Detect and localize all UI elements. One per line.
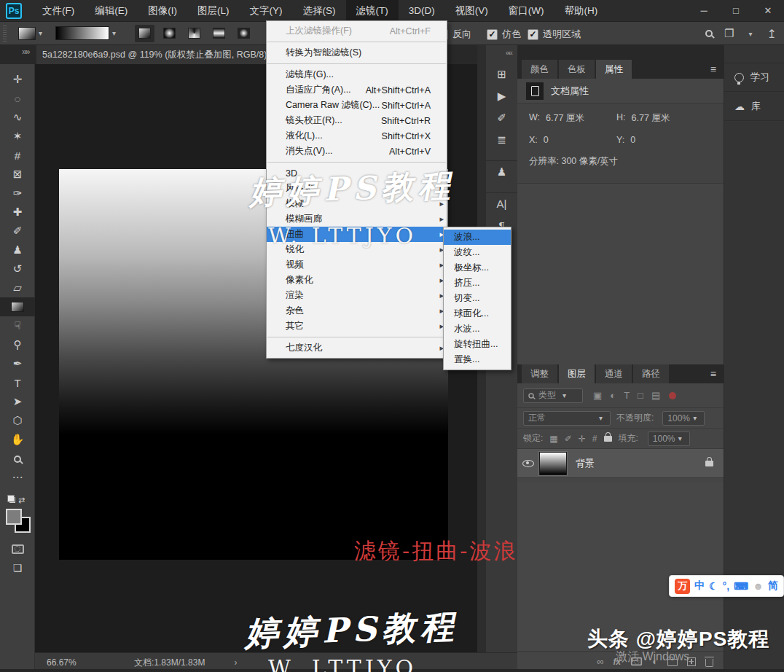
toolbar-collapse-icon[interactable]: »» [22,47,28,57]
ime-bar-item[interactable]: °, [723,580,730,592]
zoom-level-field[interactable]: 66.67% [47,657,98,668]
panel-menu-icon[interactable]: ≡ [703,364,724,383]
lock-option-icon[interactable]: ▦ [549,434,557,444]
filter-menu-item[interactable]: 像素化 ▸ [267,273,447,288]
share-icon[interactable]: ↥ [767,27,777,41]
libraries-panel-button[interactable]: ☁ 库 [724,92,784,121]
layer-filter-icon[interactable]: ◐ [610,390,616,401]
tool-button[interactable]: ♟ [0,241,35,259]
tool-button[interactable]: ✚ [0,203,35,222]
distort-submenu-item[interactable]: 波浪... [444,230,511,245]
screen-mode-button[interactable]: ❏ [0,558,35,577]
tool-button[interactable]: ✐ [0,222,35,241]
filter-menu-item[interactable] [267,334,447,340]
opacity-input[interactable]: 100% ▾ [662,411,705,426]
tool-button[interactable]: ⊠ [0,165,35,184]
filter-menu-item[interactable] [267,159,447,165]
reflected-gradient-button[interactable] [209,25,229,42]
filter-menu-item[interactable]: 模糊 ▸ [267,196,447,211]
tool-button[interactable]: ↺ [0,259,35,278]
filter-menu-item[interactable]: Camera Raw 滤镜(C)... Shift+Ctrl+A [267,98,447,113]
filter-menu-item[interactable]: 其它 ▸ [267,319,447,334]
transparency-checkbox[interactable]: ✓ [528,29,538,40]
tool-button[interactable]: ⚲ [0,335,35,354]
ime-bar-item[interactable]: ☻ [753,580,764,592]
minimize-button[interactable]: ─ [688,0,720,22]
tool-button[interactable] [0,449,35,468]
panel-strip-icon[interactable]: ✐ [486,106,517,128]
lock-option-icon[interactable]: # [592,434,597,444]
layer-row-background[interactable]: 背景 [517,449,724,478]
tool-button[interactable]: ☟ [0,316,35,335]
radial-gradient-button[interactable] [160,25,179,42]
tool-preset-picker[interactable]: ▾ [18,27,45,40]
menubar-item[interactable]: 编辑(E) [85,0,138,22]
layer-visibility-eye-icon[interactable] [522,460,534,467]
panel-tab[interactable]: 调整 [522,364,557,383]
menubar-item[interactable]: 图层(L) [187,0,240,22]
menubar-item[interactable]: 图像(I) [138,0,187,22]
tool-button[interactable]: ✑ [0,184,35,203]
panel-strip-icon[interactable]: ♟ [486,160,517,182]
adjustment-layer-icon[interactable]: ◐ [652,656,658,667]
distort-submenu-item[interactable]: 切变... [444,291,511,306]
distort-submenu-item[interactable]: 置换... [444,352,511,367]
filter-menu-item[interactable]: 滤镜库(G)... [267,67,447,82]
quick-mask-button[interactable] [0,539,35,558]
strip-collapse-icon[interactable]: «« [506,48,511,57]
filter-menu-item[interactable]: 渲染 ▸ [267,288,447,303]
filter-menu-item[interactable]: 消失点(V)... Alt+Ctrl+V [267,144,447,159]
tool-button[interactable] [0,297,35,316]
search-icon[interactable] [705,30,713,37]
filter-menu-item[interactable]: 3D ▸ [267,165,447,181]
layer-style-fx-icon[interactable]: fx [613,657,621,667]
tool-button[interactable]: ⬡ [0,411,35,430]
menubar-item[interactable]: 滤镜(T) [346,0,399,22]
filter-menu-item[interactable] [267,39,447,45]
panel-tab[interactable]: 图层 [559,364,595,383]
ime-bar-item[interactable]: 简 [768,579,778,593]
ime-bar-item[interactable]: ⌨ [734,580,748,592]
filter-toggle-icon[interactable] [669,392,676,399]
distort-submenu-item[interactable]: 旋转扭曲... [444,337,511,352]
chevron-down-icon[interactable]: ▾ [749,30,753,38]
status-options-chevron[interactable]: › [234,657,237,668]
delete-layer-icon[interactable] [705,659,713,667]
ime-bar-item[interactable]: ☾ [709,580,718,592]
tool-button[interactable]: ✒ [0,354,35,373]
menubar-item[interactable]: 视图(V) [445,0,498,22]
tool-button[interactable]: ∿ [0,108,35,127]
tool-button[interactable]: ▱ [0,278,35,297]
angle-gradient-button[interactable] [184,25,204,42]
lock-option-icon[interactable]: ✐ [565,434,572,444]
tool-button[interactable]: ⋯ [0,468,35,487]
lock-option-icon[interactable]: ✛ [579,434,586,444]
layer-thumbnail[interactable] [539,452,567,475]
linear-gradient-button[interactable] [135,25,154,42]
filter-menu-item[interactable]: 镜头校正(R)... Shift+Ctrl+R [267,113,447,128]
layer-filter-icon[interactable]: ▣ [593,390,602,401]
filter-menu-item[interactable]: 液化(L)... Shift+Ctrl+X [267,128,447,144]
gradient-editor-preview[interactable] [55,26,109,40]
filter-menu-item[interactable]: 自适应广角(A)... Alt+Shift+Ctrl+A [267,82,447,98]
lock-all-icon[interactable] [604,436,612,442]
panel-tab[interactable]: 颜色 [522,60,557,79]
panel-strip-icon[interactable]: A| [486,192,517,214]
menubar-item[interactable]: 选择(S) [293,0,346,22]
document-tab[interactable]: 5a1282180e6a9.psd @ 119% (版权禁止叠加图, RGB/8… [36,45,278,64]
ime-bar-item[interactable]: 万 [675,579,690,594]
tool-button[interactable]: ✶ [0,127,35,146]
distort-submenu-item[interactable]: 挤压... [444,276,511,291]
panel-strip-icon[interactable]: ⊞ [486,63,517,85]
panel-tab[interactable]: 路径 [633,364,669,383]
distort-submenu-item[interactable]: 水波... [444,321,511,337]
layer-filter-dropdown[interactable]: 类型 ▾ [523,388,583,403]
filter-menu-item[interactable] [267,60,447,67]
panel-tab[interactable]: 属性 [596,60,632,79]
menubar-item[interactable]: 文字(Y) [240,0,293,22]
link-layers-icon[interactable]: ∞ [597,656,603,667]
tool-button[interactable]: ✋ [0,430,35,449]
fill-input[interactable]: 100% ▾ [648,431,690,446]
filter-menu-item[interactable]: 杂色 ▸ [267,303,447,319]
panel-menu-icon[interactable]: ≡ [703,60,724,79]
